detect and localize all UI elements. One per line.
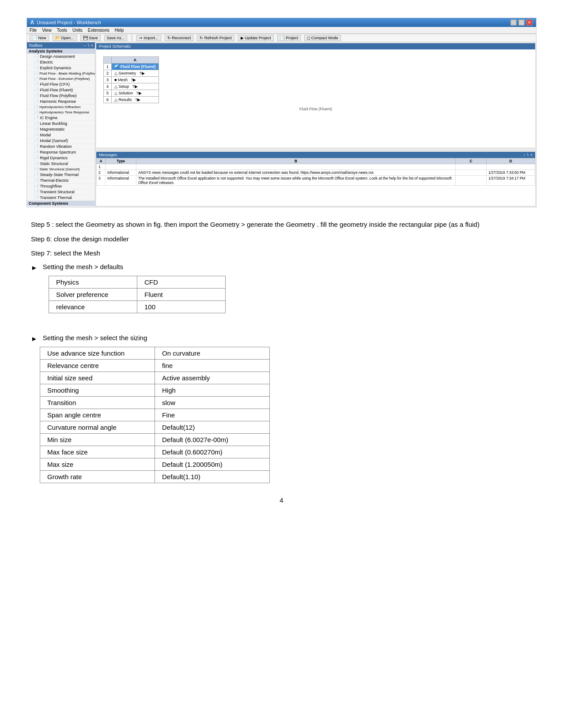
menu-units[interactable]: Units	[72, 28, 83, 33]
toolbar-save-as[interactable]: Save As...	[104, 35, 128, 41]
table-cell: slow	[155, 396, 270, 409]
bullet-arrow-icon: ►	[31, 335, 38, 342]
table-cell: Physics	[49, 276, 137, 288]
table-cell: Min size	[40, 433, 155, 446]
toolbox-item[interactable]: 📄 Thermal-Electric	[27, 178, 95, 184]
table-cell: CFD	[137, 276, 226, 288]
toolbox-item[interactable]: 📄 Fluid Flow (Polyflow)	[27, 93, 95, 99]
toolbox-item[interactable]: 📄 Modal	[27, 132, 95, 138]
table-cell: On curvature	[155, 347, 270, 359]
table-row: Initial size seed Active assembly	[40, 372, 270, 384]
table-cell: Max face size	[40, 446, 155, 458]
toolbox-item[interactable]: 📄 Random Vibration	[27, 144, 95, 150]
toolbar-reconnect[interactable]: ↻ Reconnect	[165, 35, 194, 41]
page-number: 4	[31, 496, 532, 504]
table-cell: Default (1.200050m)	[155, 458, 270, 470]
defaults-table: Physics CFD Solver preference Fluent rel…	[49, 276, 226, 313]
toolbox-item[interactable]: 📄 Fluid Flow - Blade Molding (Polyflow)	[27, 71, 95, 76]
table-cell: Default(12)	[155, 421, 270, 433]
toolbox-item[interactable]: 📄 Transient Structural	[27, 189, 95, 195]
toolbox-item[interactable]: 📄 Throughflow	[27, 184, 95, 189]
toolbox-item[interactable]: 📄 Explicit Dynamics	[27, 65, 95, 71]
bullet-defaults: ► Setting the mesh > defaults	[31, 263, 532, 271]
toolbox-item[interactable]: 📄 Hydrodynamics Diffraction	[27, 105, 95, 110]
table-row: Max face size Default (0.600270m)	[40, 446, 270, 458]
table-cell: Solver preference	[49, 288, 137, 300]
toolbox-item[interactable]: 📄 Harmonic Response	[27, 99, 95, 105]
table-cell: Transition	[40, 396, 155, 409]
bullet-arrow-icon: ►	[31, 264, 38, 271]
toolbox-panel: Toolbox − ∖ × Analysis Systems 📄 Design …	[27, 42, 95, 207]
table-cell: Active assembly	[155, 372, 270, 384]
toolbox-group-analysis: Analysis Systems	[27, 49, 95, 54]
toolbox-item[interactable]: 📄 IC Engine	[27, 115, 95, 121]
minimize-button[interactable]: –	[510, 19, 517, 26]
toolbar-import[interactable]: ⇒ Import...	[136, 35, 161, 41]
toolbox-item[interactable]: 📄 Modal (Samcef)	[27, 138, 95, 144]
toolbox-item[interactable]: 📄 Static Structural (Samcef)	[27, 167, 95, 172]
table-cell: relevance	[49, 300, 137, 313]
table-cell: Default (0.600270m)	[155, 446, 270, 458]
toolbox-item[interactable]: 📄 Fluid Flow (CFX)	[27, 82, 95, 87]
menu-file[interactable]: File	[30, 28, 37, 33]
toolbar-project[interactable]: 📑 Project	[277, 35, 301, 41]
messages-table: A Type B C D 1	[96, 158, 535, 186]
ansys-screenshot: Λ Unsaved Project - Workbench – □ ✕ File…	[26, 18, 537, 207]
step5-text: Step 5 : select the Geometry as shown in…	[31, 220, 532, 230]
toolbox-item[interactable]: 📄 Fluid Flow (Fluent)	[27, 87, 95, 93]
sizing-table: Use advance size function On curvature R…	[40, 347, 270, 483]
toolbar-save[interactable]: 💾 Save	[80, 35, 101, 41]
table-cell: Default(1.10)	[155, 470, 270, 483]
toolbox-item[interactable]: 📄 AutoDyn	[27, 206, 95, 207]
title-bar: Λ Unsaved Project - Workbench – □ ✕	[27, 18, 536, 27]
menu-extensions[interactable]: Extensions	[88, 28, 110, 33]
toolbar-new[interactable]: 📄 New	[30, 35, 49, 41]
table-cell: fine	[155, 359, 270, 372]
toolbox-item[interactable]: 📄 Design Assessment	[27, 54, 95, 60]
table-row: Smoothing High	[40, 384, 270, 396]
document-content: Step 5 : select the Geometry as shown in…	[26, 220, 537, 504]
table-row: Physics CFD	[49, 276, 226, 288]
table-row: Transition slow	[40, 396, 270, 409]
table-row: Curvature normal angle Default(12)	[40, 421, 270, 433]
table-cell: Fluent	[137, 288, 226, 300]
toolbar: 📄 New 📂 Open... 💾 Save Save As... ⇒ Impo…	[27, 34, 536, 42]
toolbox-item[interactable]: 📄 Electric	[27, 60, 95, 65]
toolbox-item[interactable]: 📄 Hydrodynamics Time Response	[27, 110, 95, 115]
table-cell: High	[155, 384, 270, 396]
table-cell: Default (6.0027e-00m)	[155, 433, 270, 446]
toolbar-update[interactable]: ▶ Update Project	[238, 35, 274, 41]
table-cell: Growth rate	[40, 470, 155, 483]
toolbox-item[interactable]: 📄 Magnetostatic	[27, 127, 95, 132]
table-cell: Use advance size function	[40, 347, 155, 359]
step7-text: Step 7: select the Mesh	[31, 248, 532, 259]
bullet-sizing: ► Setting the mesh > select the sizing	[31, 334, 532, 342]
toolbar-refresh[interactable]: ↻ Refresh Project	[197, 35, 234, 41]
menu-view[interactable]: View	[42, 28, 52, 33]
table-row: Span angle centre Fine	[40, 409, 270, 421]
toolbox-item[interactable]: 📄 Linear Buckling	[27, 121, 95, 127]
table-cell: Curvature normal angle	[40, 421, 155, 433]
table-row: relevance 100	[49, 300, 226, 313]
bullet-defaults-text: Setting the mesh > defaults	[43, 263, 123, 270]
toolbox-item[interactable]: 📄 Transient Thermal	[27, 195, 95, 201]
toolbox-item[interactable]: 📄 Rigid Dynamics	[27, 155, 95, 161]
table-cell: Initial size seed	[40, 372, 155, 384]
menu-bar: File View Tools Units Extensions Help	[27, 27, 536, 34]
close-button[interactable]: ✕	[526, 19, 533, 26]
toolbox-item[interactable]: 📄 Static Structural	[27, 161, 95, 167]
table-row: Relevance centre fine	[40, 359, 270, 372]
toolbar-compact[interactable]: ◻ Compact Mode	[304, 35, 341, 41]
toolbox-item[interactable]: 📄 Steady-State Thermal	[27, 172, 95, 178]
toolbox-item[interactable]: 📄 Fluid Flow - Extrusion (Polyflow)	[27, 76, 95, 82]
table-cell: 100	[137, 300, 226, 313]
table-cell: Smoothing	[40, 384, 155, 396]
schematic-table: A 1 🌊 Fluid Flow (Fluent) 2 △ Geometry ?…	[103, 56, 159, 103]
maximize-button[interactable]: □	[518, 19, 525, 26]
table-row: Max size Default (1.200050m)	[40, 458, 270, 470]
menu-help[interactable]: Help	[115, 28, 124, 33]
toolbar-open[interactable]: 📂 Open...	[53, 35, 77, 41]
menu-tools[interactable]: Tools	[57, 28, 67, 33]
toolbox-item[interactable]: 📄 Response Spectrum	[27, 150, 95, 155]
table-row: Growth rate Default(1.10)	[40, 470, 270, 483]
